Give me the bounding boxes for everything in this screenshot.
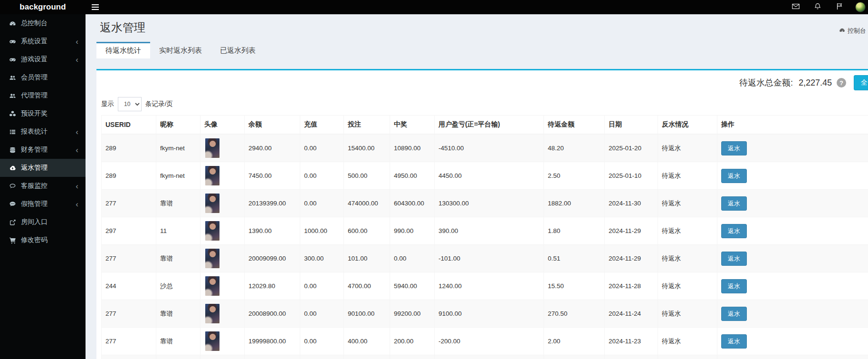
table-row: 275-8000.0097776.00888.000.00-888.004.44…	[102, 355, 868, 359]
cell-action: 返水	[717, 134, 868, 162]
cell-deposit: 1000.00	[300, 217, 344, 245]
rebate-button[interactable]: 返水	[721, 334, 747, 349]
cell-bet: 600.00	[344, 217, 390, 245]
sidebar-item[interactable]: 修改密码	[0, 231, 86, 249]
cell-status: 待返水	[658, 300, 717, 328]
sidebar-item[interactable]: 房间入口	[0, 213, 86, 231]
rebate-button[interactable]: 返水	[721, 279, 747, 293]
rebate-button[interactable]: 返水	[721, 307, 747, 321]
tab-label: 已返水列表	[220, 46, 256, 54]
page-title: 返水管理	[100, 21, 866, 34]
sidebar-item[interactable]: 预设开奖	[0, 105, 86, 123]
tasks-button[interactable]	[829, 0, 850, 14]
user-avatar[interactable]	[855, 2, 866, 12]
cubes-icon	[8, 110, 18, 117]
app-logo[interactable]: background	[0, 2, 86, 12]
comment-dots-icon	[8, 201, 18, 208]
sidebar-item-label: 会员管理	[21, 73, 48, 82]
rebate-button[interactable]: 返水	[721, 141, 747, 155]
cell-userid: 297	[102, 217, 156, 245]
cloud-download-icon	[8, 165, 18, 172]
cell-avatar	[200, 217, 245, 245]
sidebar-item[interactable]: 游戏设置‹	[0, 50, 86, 68]
table-row: 289fkym-net2940.000.0015400.0010890.00-4…	[102, 134, 868, 162]
table-row: 277靠谱20008900.000.0090100.0099200.009100…	[102, 300, 868, 328]
column-header: 中奖	[390, 116, 435, 135]
cell-win: 99200.00	[390, 300, 435, 328]
cell-status: 待返水	[658, 328, 717, 355]
breadcrumb[interactable]: 控制台	[839, 27, 866, 35]
flag-icon	[836, 3, 843, 11]
cell-profit: 9100.00	[435, 300, 544, 328]
cell-nickname: fkym-net	[156, 134, 200, 162]
cell-win: 0.00	[390, 245, 435, 272]
cell-status: 待返水	[658, 162, 717, 190]
cell-rebate-amount: 270.50	[544, 300, 605, 328]
cell-action: 返水	[717, 328, 868, 355]
tab[interactable]: 实时返水列表	[150, 42, 211, 58]
sidebar-item-label: 系统设置	[21, 37, 48, 46]
messages-button[interactable]	[785, 0, 807, 14]
sidebar-item[interactable]: 会员管理	[0, 68, 86, 87]
sidebar-item[interactable]: 财务管理‹	[0, 141, 86, 159]
cell-date: 2024-11-24	[605, 300, 658, 328]
notifications-button[interactable]	[807, 0, 829, 14]
envelope-icon	[792, 3, 800, 11]
sidebar-item[interactable]: 代理管理	[0, 87, 86, 105]
sidebar-item[interactable]: 报表统计‹	[0, 123, 86, 141]
cell-nickname: 靠谱	[156, 245, 200, 272]
cell-date: 2024-11-28	[605, 272, 658, 300]
rebate-button[interactable]: 返水	[721, 196, 747, 211]
table-row: 297111390.001000.00600.00990.00390.001.8…	[102, 217, 868, 245]
rebate-button[interactable]: 返水	[721, 252, 747, 266]
cell-rebate-amount: 48.20	[544, 134, 605, 162]
cell-avatar	[200, 245, 245, 272]
sidebar-toggle-button[interactable]	[86, 0, 105, 14]
sidebar-item-label: 总控制台	[21, 19, 48, 28]
cell-nickname: 靠谱	[156, 190, 200, 217]
rebate-button[interactable]: 返水	[721, 169, 747, 183]
page-size-prefix: 显示	[101, 100, 114, 108]
main-content: 返水管理 控制台 待返水统计实时返水列表已返水列表 待返水总金额: 2,227.…	[86, 14, 868, 359]
rebate-all-button[interactable]: 全部返水	[854, 75, 868, 90]
cell-userid: 289	[102, 134, 156, 162]
question-icon[interactable]: ?	[837, 78, 846, 87]
cell-balance: 20008900.00	[245, 300, 300, 328]
user-photo	[205, 194, 219, 213]
rebate-button[interactable]: 返水	[721, 224, 747, 238]
user-photo	[205, 249, 219, 268]
cell-deposit: 0.00	[300, 272, 344, 300]
cell-status: 待返水	[658, 190, 717, 217]
cell-profit: 130300.00	[435, 190, 544, 217]
column-header: 反水情况	[658, 116, 717, 135]
user-photo	[205, 166, 219, 185]
table-row: 277靠谱19999800.000.00400.00200.00-200.002…	[102, 328, 868, 355]
sidebar-item[interactable]: 总控制台	[0, 14, 86, 32]
tab[interactable]: 已返水列表	[211, 42, 265, 58]
chevron-left-icon: ‹	[76, 200, 78, 208]
sidebar-item[interactable]: 系统设置‹	[0, 32, 86, 50]
cell-bet: 15400.00	[344, 134, 390, 162]
cell-win: 990.00	[390, 217, 435, 245]
cell-action: 返水	[717, 217, 868, 245]
user-photo	[205, 138, 219, 158]
cell-action: 返水	[717, 300, 868, 328]
sidebar-item[interactable]: 客服监控‹	[0, 177, 86, 195]
sidebar-item[interactable]: 返水管理	[0, 159, 86, 177]
cell-rebate-amount: 1882.00	[544, 190, 605, 217]
cell-win: 4950.00	[390, 162, 435, 190]
rebate-panel: 待返水总金额: 2,227.45 ? 全部返水 显示 10 条记录/页 USER…	[96, 69, 868, 359]
column-header: 充值	[300, 116, 344, 135]
cell-nickname: 靠谱	[156, 300, 200, 328]
bell-icon	[814, 3, 821, 11]
cell-avatar	[200, 162, 245, 190]
cell-nickname: fkym-net	[156, 162, 200, 190]
page-size-select[interactable]: 10	[118, 97, 142, 111]
cell-profit: 1240.00	[435, 272, 544, 300]
cell-avatar	[200, 300, 245, 328]
cell-userid: 277	[102, 190, 156, 217]
database-icon	[8, 146, 18, 154]
cell-status: 待返水	[658, 355, 717, 359]
tab[interactable]: 待返水统计	[96, 42, 150, 58]
sidebar-item[interactable]: 假拖管理‹	[0, 195, 86, 213]
